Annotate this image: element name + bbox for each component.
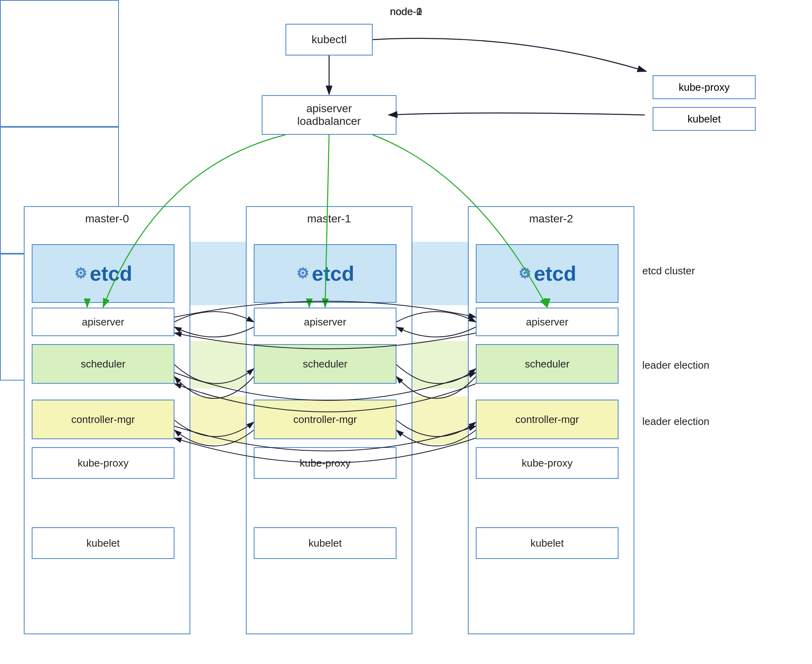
kube-proxy-2-box: kube-proxy (476, 447, 619, 479)
kube-proxy-0-label: kube-proxy (78, 457, 129, 469)
scheduler-leader-label: leader election (642, 359, 709, 371)
apiserver-2-label: apiserver (526, 316, 569, 328)
kubelet-1-box: kubelet (254, 527, 396, 559)
kubelet-0-box: kubelet (32, 527, 174, 559)
kubelet-2-label: kubelet (530, 537, 564, 549)
node-stack-2: node-2 (0, 0, 119, 127)
scheduler-0-label: scheduler (81, 358, 126, 370)
etcd-icon-0: ⚙ (74, 265, 87, 282)
node-kube-proxy-box: kube-proxy (653, 75, 756, 99)
kube-proxy-1-box: kube-proxy (254, 447, 396, 479)
etcd-cluster-label: etcd cluster (642, 265, 695, 277)
etcd-0-label: etcd (90, 262, 132, 285)
kube-proxy-0-box: kube-proxy (32, 447, 174, 479)
ctrlmgr-0-box: controller-mgr (32, 400, 174, 439)
node-kube-proxy-label: kube-proxy (679, 81, 730, 94)
etcd-1-label: etcd (312, 262, 354, 285)
etcd-2-box: ⚙ etcd (476, 244, 619, 303)
kubectl-box: kubectl (285, 24, 373, 55)
kubelet-1-label: kubelet (308, 537, 342, 549)
etcd-0-box: ⚙ etcd (32, 244, 174, 303)
ctrlmgr-2-label: controller-mgr (515, 413, 579, 426)
apiserver-0-box: apiserver (32, 308, 174, 336)
master0-label: master-0 (85, 212, 129, 225)
apiserver-lb-box: apiserver loadbalancer (262, 95, 396, 135)
node0-label: node-0 (390, 6, 422, 18)
kubelet-0-label: kubelet (86, 537, 120, 549)
master2-label: master-2 (529, 212, 573, 225)
apiserver-0-label: apiserver (82, 316, 124, 328)
ctrlmgr-leader-label: leader election (642, 415, 709, 428)
scheduler-2-box: scheduler (476, 344, 619, 384)
ctrlmgr-1-label: controller-mgr (293, 413, 357, 426)
kube-proxy-1-label: kube-proxy (300, 457, 351, 469)
master1-label: master-1 (307, 212, 351, 225)
scheduler-2-label: scheduler (525, 358, 570, 370)
ctrlmgr-0-label: controller-mgr (71, 413, 135, 426)
scheduler-1-box: scheduler (254, 344, 396, 384)
node-kubelet-box: kubelet (653, 107, 756, 131)
kubelet-2-box: kubelet (476, 527, 619, 559)
apiserver-1-label: apiserver (304, 316, 347, 328)
apiserver-lb-label: apiserver loadbalancer (297, 102, 361, 128)
etcd-1-box: ⚙ etcd (254, 244, 396, 303)
kubectl-label: kubectl (312, 33, 347, 46)
scheduler-1-label: scheduler (303, 358, 348, 370)
etcd-2-label: etcd (534, 262, 576, 285)
etcd-icon-2: ⚙ (518, 265, 531, 282)
diagram: kubectl apiserver loadbalancer node-2 no… (0, 0, 812, 664)
ctrlmgr-2-box: controller-mgr (476, 400, 619, 439)
ctrlmgr-1-box: controller-mgr (254, 400, 396, 439)
scheduler-0-box: scheduler (32, 344, 174, 384)
apiserver-2-box: apiserver (476, 308, 619, 336)
apiserver-1-box: apiserver (254, 308, 396, 336)
etcd-icon-1: ⚙ (296, 265, 309, 282)
kube-proxy-2-label: kube-proxy (522, 457, 573, 469)
node-kubelet-label: kubelet (688, 113, 721, 125)
